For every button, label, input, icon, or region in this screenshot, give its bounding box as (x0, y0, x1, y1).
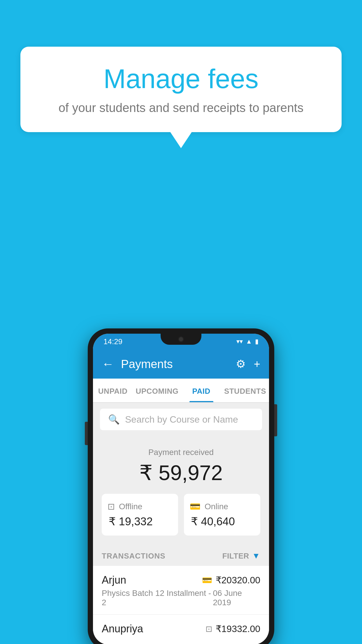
offline-card: ⊡ Offline ₹ 19,332 (102, 494, 178, 536)
phone-frame: 14:29 ▾▾ ▲ ▮ ← Payments ⚙ + UNPAID UPC (88, 328, 274, 644)
online-label: Online (205, 502, 228, 511)
payment-received-label: Payment received (102, 448, 260, 457)
transaction-amount-wrap: ⊡ ₹19332.00 (205, 623, 260, 634)
settings-icon[interactable]: ⚙ (236, 358, 246, 370)
status-icons: ▾▾ ▲ ▮ (236, 338, 259, 345)
card-icon: 💳 (202, 575, 212, 585)
tab-students[interactable]: STUDENTS (221, 379, 269, 402)
filter-label: FILTER (222, 552, 249, 561)
tab-upcoming[interactable]: UPCOMING (133, 379, 181, 402)
transaction-amount: ₹20320.00 (216, 575, 260, 586)
hero-title: Manage fees (44, 64, 318, 94)
battery-icon: ▮ (255, 338, 259, 345)
online-card: 💳 Online ₹ 40,640 (184, 494, 260, 536)
wifi-icon: ▾▾ (236, 338, 243, 345)
phone-outer: 14:29 ▾▾ ▲ ▮ ← Payments ⚙ + UNPAID UPC (88, 328, 274, 644)
camera (178, 336, 184, 342)
signal-icon: ▲ (246, 338, 252, 345)
payment-summary: Payment received ₹ 59,972 ⊡ Offline ₹ 19… (93, 436, 269, 544)
transaction-name: Anupriya (102, 623, 143, 635)
offline-label: Offline (119, 502, 142, 511)
phone-screen: 14:29 ▾▾ ▲ ▮ ← Payments ⚙ + UNPAID UPC (93, 334, 269, 644)
search-bar[interactable]: 🔍 Search by Course or Name (100, 409, 262, 430)
transaction-name: Arjun (102, 574, 126, 586)
app-bar-actions: ⚙ + (236, 358, 260, 370)
table-row[interactable]: Anupriya ⊡ ₹19332.00 (93, 615, 269, 644)
search-input[interactable]: Search by Course or Name (125, 414, 238, 425)
offline-icon: ⊡ (108, 501, 115, 512)
transaction-date: 06 June 2019 (213, 589, 260, 607)
filter-button[interactable]: FILTER ▼ (222, 551, 260, 561)
status-time: 14:29 (103, 337, 122, 346)
status-bar: 14:29 ▾▾ ▲ ▮ (93, 334, 269, 349)
filter-icon: ▼ (252, 551, 260, 561)
online-icon: 💳 (190, 501, 201, 512)
transactions-header: TRANSACTIONS FILTER ▼ (93, 544, 269, 566)
payment-cards: ⊡ Offline ₹ 19,332 💳 Online ₹ 40,640 (102, 494, 260, 536)
online-amount: ₹ 40,640 (190, 515, 254, 528)
add-icon[interactable]: + (254, 358, 260, 370)
offline-pay-icon: ⊡ (205, 624, 212, 634)
transactions-label: TRANSACTIONS (102, 552, 166, 561)
hero-card: Manage fees of your students and send re… (20, 47, 342, 132)
transaction-course: Physics Batch 12 Installment - 2 (102, 589, 213, 607)
hero-subtitle: of your students and send receipts to pa… (44, 100, 318, 116)
transaction-amount: ₹19332.00 (216, 623, 260, 634)
offline-amount: ₹ 19,332 (108, 515, 172, 528)
back-button[interactable]: ← (102, 358, 114, 370)
payment-total-amount: ₹ 59,972 (102, 461, 260, 485)
search-container: 🔍 Search by Course or Name (93, 403, 269, 436)
table-row[interactable]: Arjun 💳 ₹20320.00 Physics Batch 12 Insta… (93, 566, 269, 615)
tab-bar: UNPAID UPCOMING PAID STUDENTS (93, 379, 269, 403)
transaction-amount-wrap: 💳 ₹20320.00 (202, 575, 260, 586)
search-icon: 🔍 (108, 414, 120, 425)
tab-unpaid[interactable]: UNPAID (93, 379, 133, 402)
page-title: Payments (121, 358, 229, 371)
app-bar: ← Payments ⚙ + (93, 349, 269, 379)
notch (161, 334, 201, 345)
tab-paid[interactable]: PAID (181, 379, 221, 402)
